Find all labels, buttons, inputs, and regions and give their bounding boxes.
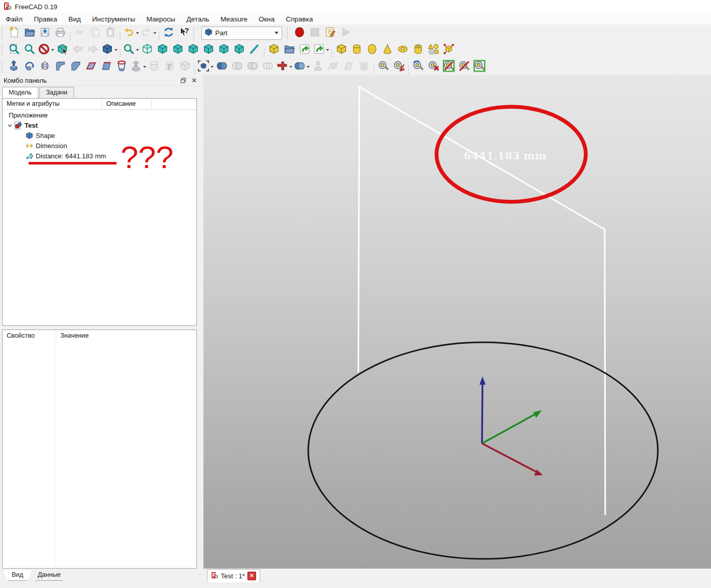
create-primitives-button[interactable] — [426, 43, 441, 57]
primitive-cylinder-button[interactable] — [350, 43, 364, 57]
view-left-button[interactable] — [232, 43, 246, 57]
redo-button[interactable] — [140, 26, 156, 40]
menu-tools[interactable]: Инструменты — [86, 14, 141, 24]
primitive-torus-button[interactable] — [396, 43, 410, 57]
tree-column-description[interactable]: Описание — [102, 99, 152, 109]
tab-tasks[interactable]: Задачи — [39, 87, 74, 98]
menu-part[interactable]: Деталь — [181, 14, 215, 24]
dropdown-arrow-icon[interactable] — [307, 66, 310, 68]
view-top-button[interactable] — [171, 43, 185, 57]
make-sub-link-button[interactable] — [313, 43, 329, 57]
extrude-button[interactable] — [7, 60, 21, 74]
fit-selection-button[interactable] — [22, 43, 37, 57]
loft-button[interactable] — [114, 60, 129, 74]
bottom-tab-view[interactable]: Вид — [3, 570, 32, 581]
view-axonometric-button[interactable] — [140, 43, 154, 57]
menu-file[interactable]: Файл — [0, 14, 28, 24]
home-view-button[interactable] — [101, 43, 118, 57]
view-bottom-button[interactable] — [217, 43, 231, 57]
tree-column-labels[interactable]: Метки и атрибуты — [3, 99, 102, 109]
float-panel-button[interactable] — [177, 76, 189, 85]
make-face-button[interactable] — [84, 60, 98, 74]
revolve-button[interactable] — [22, 60, 37, 74]
dropdown-arrow-icon[interactable] — [326, 49, 329, 51]
cross-sections-button[interactable] — [147, 60, 162, 74]
view-front-button[interactable] — [155, 43, 170, 57]
connect-button[interactable] — [276, 60, 292, 74]
pen-line-button[interactable] — [247, 43, 262, 57]
measure-clear-all-button[interactable] — [426, 60, 441, 74]
toggle-measurement-all-button[interactable] — [472, 60, 487, 74]
dropdown-arrow-icon[interactable] — [136, 49, 139, 51]
toolbar-handle[interactable] — [2, 61, 5, 73]
measure-angular-button[interactable] — [392, 60, 406, 74]
toolbar-handle[interactable] — [2, 44, 5, 56]
menu-help[interactable]: Справка — [280, 14, 318, 24]
macro-stop-button[interactable] — [308, 26, 322, 40]
slice-stack-button[interactable] — [357, 60, 371, 74]
menu-windows[interactable]: Окна — [253, 14, 280, 24]
nav-back-button[interactable] — [71, 43, 85, 57]
copy-button[interactable] — [88, 26, 102, 40]
toolbar-handle[interactable] — [287, 28, 290, 39]
property-column-name[interactable]: Свойство — [3, 330, 56, 343]
toolbar-handle[interactable] — [2, 28, 5, 39]
mirror-button[interactable] — [38, 60, 52, 74]
view-rear-button[interactable] — [201, 43, 216, 57]
dock-splitter[interactable] — [200, 75, 203, 582]
fit-all-button[interactable] — [7, 43, 21, 57]
dropdown-arrow-icon[interactable] — [51, 49, 54, 51]
dropdown-arrow-icon[interactable] — [114, 49, 118, 51]
shape-edge-left[interactable] — [358, 87, 359, 372]
workbench-selector[interactable]: Part — [201, 27, 282, 40]
union-button[interactable] — [245, 60, 260, 74]
ruled-surface-button[interactable] — [99, 60, 113, 74]
dropdown-arrow-icon[interactable] — [136, 32, 139, 34]
save-button[interactable] — [38, 26, 52, 40]
tree-expander-test[interactable] — [6, 123, 14, 128]
bottom-tab-data[interactable]: Данные — [29, 570, 70, 581]
menu-edit[interactable]: Правка — [28, 14, 63, 24]
defeaturing-button[interactable] — [326, 60, 340, 74]
measure-refresh-button[interactable] — [411, 60, 425, 74]
tree-root-application[interactable]: Приложение — [3, 110, 196, 120]
offset-button[interactable]: F — [163, 60, 177, 74]
primitive-sphere-button[interactable] — [365, 43, 379, 57]
new-file-button[interactable] — [7, 26, 21, 40]
tree-item-test[interactable]: Test — [3, 120, 196, 130]
refresh-button[interactable] — [162, 26, 176, 40]
menu-measure[interactable]: Measure — [215, 14, 253, 24]
cut-boolean-button[interactable] — [230, 60, 244, 74]
dropdown-arrow-icon[interactable] — [153, 32, 156, 34]
property-column-value[interactable]: Значение — [56, 330, 88, 341]
measure-linear-button[interactable] — [376, 60, 391, 74]
box-selection-button[interactable] — [55, 43, 70, 57]
primitive-cone-button[interactable] — [380, 43, 395, 57]
tree-item-dimension[interactable]: Dimension — [3, 140, 196, 151]
dropdown-arrow-icon[interactable] — [143, 66, 146, 68]
primitive-tube-button[interactable] — [411, 43, 425, 57]
check-geometry-button[interactable] — [311, 60, 325, 74]
navigation-style-button[interactable] — [38, 43, 54, 57]
shape-builder-button[interactable] — [442, 43, 456, 57]
intersection-button[interactable] — [261, 60, 275, 74]
boolean-button[interactable] — [215, 60, 229, 74]
sweep-button[interactable] — [130, 60, 146, 74]
menu-macros[interactable]: Макросы — [141, 14, 180, 24]
tree-item-distance[interactable]: Distance: 6441.183 mm — [3, 151, 196, 161]
dropdown-arrow-icon[interactable] — [289, 66, 292, 68]
document-tab[interactable]: Test : 1* ✕ — [207, 569, 260, 582]
close-panel-button[interactable]: ✕ — [189, 76, 200, 85]
create-part-button[interactable] — [267, 43, 281, 57]
paste-button[interactable] — [103, 26, 118, 40]
make-link-button[interactable] — [297, 43, 312, 57]
nav-forward-button[interactable] — [86, 43, 100, 57]
toggle-measurement-3d-button[interactable] — [442, 60, 456, 74]
convert-shape-button[interactable] — [341, 60, 356, 74]
split-button[interactable] — [293, 60, 310, 74]
primitive-box-button[interactable] — [334, 43, 349, 57]
document-tab-close-button[interactable]: ✕ — [247, 572, 256, 580]
toolbar-handle[interactable] — [193, 28, 197, 39]
whats-this-button[interactable]: ? — [177, 26, 191, 40]
zoom-button[interactable] — [123, 43, 139, 57]
